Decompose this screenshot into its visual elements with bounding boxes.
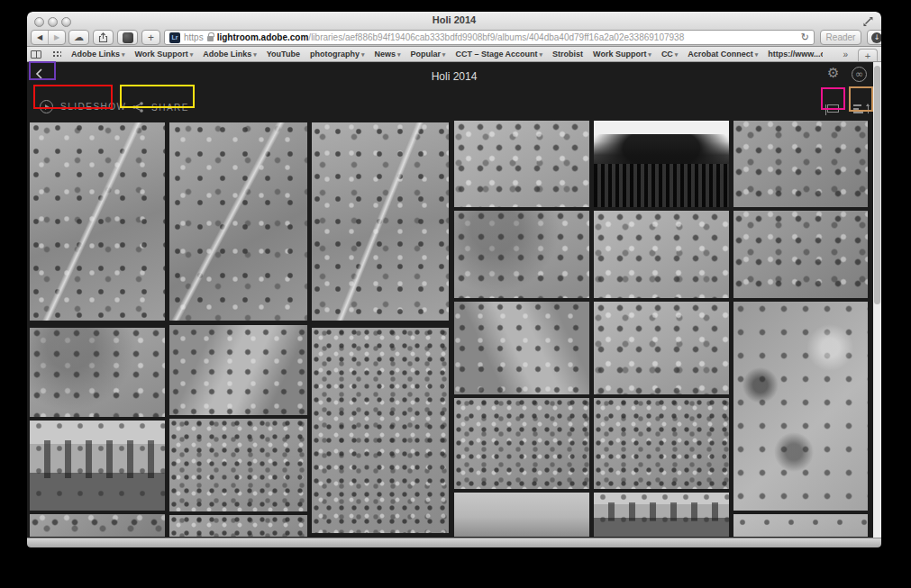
bookmarks-bar: Adobe Links ▾Work Support ▾Adobe Links ▾… [27,47,881,62]
photo-thumbnail[interactable] [30,328,165,417]
extension-button[interactable] [117,30,138,45]
caret-down-icon: ▾ [120,51,124,58]
photo-thumbnail[interactable] [594,121,729,207]
photo-thumbnail[interactable] [169,122,307,321]
url-domain: lightroom.adobe.com [217,32,309,42]
reading-list-icon[interactable] [31,50,41,59]
photo-thumbnail[interactable] [454,211,589,298]
url-scheme: https [184,32,204,42]
caret-down-icon: ▾ [396,51,400,58]
downloads-button[interactable]: ↓ [867,30,881,45]
photo-thumbnail[interactable] [733,302,868,511]
reload-icon[interactable]: ↻ [801,32,809,43]
desktop: Holi 2014 ◀ ▶ ☁ [0,0,911,588]
caret-down-icon: ▾ [251,51,256,58]
download-icon: ↓ [871,32,881,43]
bookmark-item[interactable]: Popular ▾ [410,50,445,59]
photo-thumbnail[interactable] [733,211,868,298]
bookmark-item[interactable]: YouTube [267,50,300,59]
fullscreen-icon[interactable] [862,15,874,27]
bookmark-item[interactable]: Strobist [552,50,583,59]
bookmark-item[interactable]: News ▾ [374,50,400,59]
bookmarks-overflow-chevron[interactable]: » [843,50,848,59]
lightroom-favicon: Lr [169,32,180,43]
browser-toolbar: ◀ ▶ ☁ + Lr [27,28,881,47]
photo-thumbnail[interactable] [169,325,307,415]
vertical-scrollbar[interactable] [873,62,881,538]
top-sites-icon[interactable] [51,50,61,59]
photo-thumbnail[interactable] [30,122,165,321]
title-bar: Holi 2014 [27,12,881,28]
ssl-lock-icon [207,36,214,41]
flag-highlight [821,87,845,110]
bookmark-item[interactable]: CC ▾ [661,50,678,59]
share-export-icon [98,32,108,43]
forward-button[interactable]: ▶ [49,31,65,44]
bookmark-item[interactable]: https://www...onduct.pdf [768,50,823,59]
creative-cloud-icon[interactable]: ∞ [852,67,867,82]
slideshow-highlight [33,85,113,109]
cloud-icon: ☁ [74,32,84,43]
caret-down-icon: ▾ [538,51,542,58]
photo-thumbnail[interactable] [454,302,589,394]
photo-thumbnail[interactable] [30,514,165,537]
bookmark-item[interactable]: Acrobat Connect ▾ [688,50,758,59]
caret-down-icon: ▾ [673,51,678,58]
photo-thumbnail[interactable] [594,398,729,489]
bookmark-item[interactable]: Work Support ▾ [593,50,651,59]
bookmark-item[interactable]: CCT – Stage Account ▾ [455,50,542,59]
caret-down-icon: ▾ [646,51,651,58]
browser-chrome: Holi 2014 ◀ ▶ ☁ [27,12,881,47]
photo-thumbnail[interactable] [169,419,307,511]
url-path: /libraries/aef886b94f19406cab333bdfd9908… [308,32,684,42]
photo-thumbnail[interactable] [733,514,868,537]
scrollbar-thumb[interactable] [874,66,880,304]
window-title: Holi 2014 [27,14,881,25]
photo-thumbnail[interactable] [169,515,307,537]
bookmark-item[interactable]: Adobe Links ▾ [203,50,256,59]
photo-thumbnail[interactable] [30,421,165,511]
photo-thumbnail[interactable] [454,121,589,207]
caret-down-icon: ▾ [360,51,364,58]
new-tab-button[interactable]: + [141,30,160,45]
share-export-button[interactable] [93,30,114,45]
photo-thumbnail[interactable] [312,328,449,533]
photo-thumbnail[interactable] [454,398,589,489]
photo-thumbnail[interactable] [594,302,729,394]
share-highlight [120,85,195,108]
extension-icon [123,32,133,43]
photo-thumbnail[interactable] [594,211,729,298]
photo-thumbnail[interactable] [594,493,729,537]
bookmark-item[interactable]: photography ▾ [310,50,364,59]
url-text: lightroom.adobe.com/libraries/aef886b94f… [217,32,797,42]
bookmark-item[interactable]: Work Support ▾ [134,50,193,59]
gear-icon[interactable]: ⚙ [827,65,839,81]
sort-highlight [849,86,873,112]
bookmark-item[interactable]: Adobe Links ▾ [71,50,124,59]
lightroom-content: Holi 2014 ⚙ ∞ SLIDESHOW SHARE [27,62,881,538]
back-button-highlight [29,61,56,80]
reader-button[interactable]: Reader [820,30,861,45]
caret-down-icon: ▾ [188,51,193,58]
photo-thumbnail[interactable] [733,121,868,207]
caret-down-icon: ▾ [441,51,445,58]
back-button[interactable]: ◀ [32,31,49,44]
photo-thumbnail[interactable] [454,493,589,537]
nav-buttons: ◀ ▶ [31,30,66,45]
address-bar[interactable]: Lr https lightroom.adobe.com/libraries/a… [164,30,815,45]
new-tab-plus-button[interactable]: + [858,49,878,62]
caret-down-icon: ▾ [753,51,758,58]
album-title: Holi 2014 [27,70,881,83]
horizontal-scrollbar[interactable] [27,538,881,547]
photo-thumbnail[interactable] [312,122,449,321]
icloud-tabs-button[interactable]: ☁ [68,30,89,45]
